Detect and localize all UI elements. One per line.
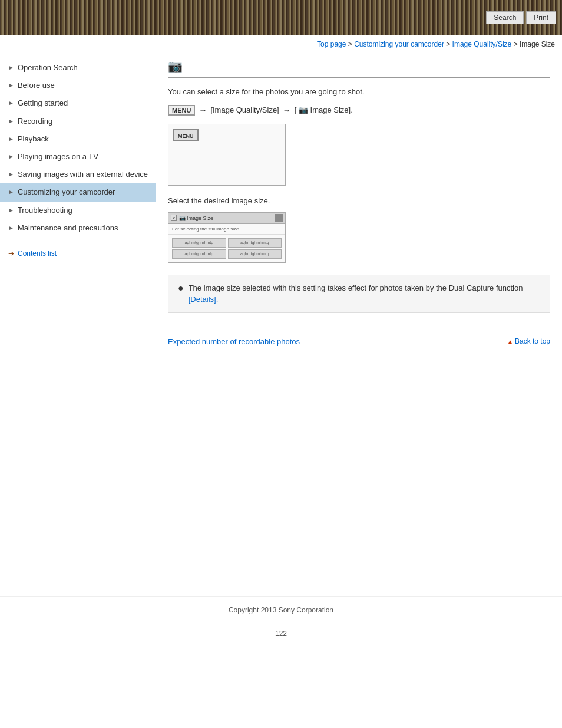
content-divider [168,325,550,325]
related-links: Expected number of recordable photos ▲ B… [168,335,550,351]
sidebar-label-9: Maintenance and precautions [18,223,118,233]
note-bullet: ● The image size selected with this sett… [178,282,540,305]
arrow-icon-5: ► [8,153,14,161]
breadcrumb-sep1: > [348,40,354,48]
contents-list-label: Contents list [18,249,57,258]
menu-path: MENU → [Image Quality/Size] → [ 📷 Image … [168,105,550,116]
size-option-3[interactable]: aghmtghmhmtg [172,249,226,259]
breadcrumb: Top page > Customizing your camcorder > … [0,35,562,53]
sidebar-label-4: Playback [18,134,49,144]
sidebar-item-before-use[interactable]: ► Before use [0,77,156,94]
back-to-top-link[interactable]: ▲ Back to top [507,337,550,345]
size-selector-title-text: Image Size [187,215,213,221]
size-selector-grid: aghmtghmhmtg aghmtghmhmtg aghmtghmhmtg a… [168,235,285,262]
size-selector-header: x 📷 Image Size [168,213,285,224]
menu-screenshot-btn: MENU [173,129,199,141]
content-area: 📷 You can select a size for the photos y… [156,53,562,584]
sidebar-item-maintenance[interactable]: ► Maintenance and precautions [0,219,156,237]
size-selector-desc: For selecting the still image size. [168,224,285,235]
back-to-top-label: Back to top [515,337,550,345]
size-selector-corner [275,214,283,222]
arrow-icon-3: ► [8,117,14,126]
arrow-icon-6: ► [8,170,14,179]
sidebar-divider [6,241,150,241]
camera-icon: 📷 [168,59,183,73]
note-text-content: The image size selected with this settin… [189,284,523,292]
sidebar-label-7: Customizing your camcorder [18,187,115,197]
arrow-icon-2: ► [8,99,14,107]
arrow-icon-8: ► [8,206,14,215]
description-text: You can select a size for the photos you… [168,86,550,98]
copyright-text: Copyright 2013 Sony Corporation [229,606,333,614]
contents-arrow-icon: ➔ [8,249,14,258]
menu-path-text: [Image Quality/Size] [210,106,279,114]
sidebar-label-6: Saving images with an external device [18,169,148,180]
menu-arrow-2: → [283,106,291,115]
header-bar: Search Print [0,0,562,35]
close-icon: x [171,215,177,221]
footer: Copyright 2013 Sony Corporation [0,596,562,624]
size-selector-title: 📷 Image Size [179,215,213,221]
bullet-icon: ● [178,282,184,294]
breadcrumb-image-quality[interactable]: Image Quality/Size [452,40,512,48]
expected-number-link[interactable]: Expected number of recordable photos [168,337,300,346]
back-to-top-icon: ▲ [507,338,513,345]
arrow-icon-0: ► [8,64,14,72]
note-text: The image size selected with this settin… [189,282,540,305]
size-option-1[interactable]: aghmtghmhmtg [172,238,226,248]
sidebar-item-playback[interactable]: ► Playback [0,130,156,148]
size-selector-screenshot: x 📷 Image Size For selecting the still i… [168,212,286,263]
sidebar-item-recording[interactable]: ► Recording [0,113,156,130]
sidebar-item-customizing[interactable]: ► Customizing your camcorder [0,183,156,201]
select-text: Select the desired image size. [168,196,550,205]
sidebar-item-saving-images[interactable]: ► Saving images with an external device [0,166,156,183]
sidebar-label-0: Operation Search [18,62,78,73]
note-box: ● The image size selected with this sett… [168,275,550,313]
sidebar-label-2: Getting started [18,98,68,108]
arrow-icon-4: ► [8,135,14,143]
breadcrumb-sep2: > [446,40,452,48]
breadcrumb-customizing[interactable]: Customizing your camcorder [354,40,444,48]
sidebar-item-getting-started[interactable]: ► Getting started [0,94,156,112]
page-number: 122 [0,624,562,644]
print-button[interactable]: Print [526,11,556,24]
menu-arrow-1: → [199,106,207,115]
arrow-icon-9: ► [8,224,14,232]
sidebar-item-operation-search[interactable]: ► Operation Search [0,59,156,77]
breadcrumb-top-page[interactable]: Top page [317,40,346,48]
arrow-icon-1: ► [8,81,14,90]
arrow-icon-7: ► [8,188,14,196]
menu-button-label: MENU [168,105,195,116]
search-button[interactable]: Search [486,11,524,24]
main-layout: ► Operation Search ► Before use ► Gettin… [0,53,562,584]
breadcrumb-sep3: > [514,40,520,48]
sidebar-label-8: Troubleshooting [18,205,72,216]
size-option-4[interactable]: aghmtghmhmtg [228,249,282,259]
size-selector-camera-icon: 📷 [179,215,186,221]
size-option-2[interactable]: aghmtghmhmtg [228,238,282,248]
sidebar-label-5: Playing images on a TV [18,151,98,162]
sidebar-item-troubleshooting[interactable]: ► Troubleshooting [0,202,156,219]
sidebar-label-1: Before use [18,80,55,91]
menu-screenshot: MENU [168,124,286,186]
sidebar-label-3: Recording [18,116,52,127]
menu-path-end: [ 📷 Image Size]. [295,106,353,114]
details-link[interactable]: [Details]. [189,295,219,304]
page-icon-row: 📷 [168,59,550,78]
sidebar: ► Operation Search ► Before use ► Gettin… [0,53,156,584]
breadcrumb-image-size: Image Size [520,40,555,48]
contents-list-link[interactable]: ➔ Contents list [0,245,156,262]
sidebar-item-playing-images[interactable]: ► Playing images on a TV [0,148,156,166]
